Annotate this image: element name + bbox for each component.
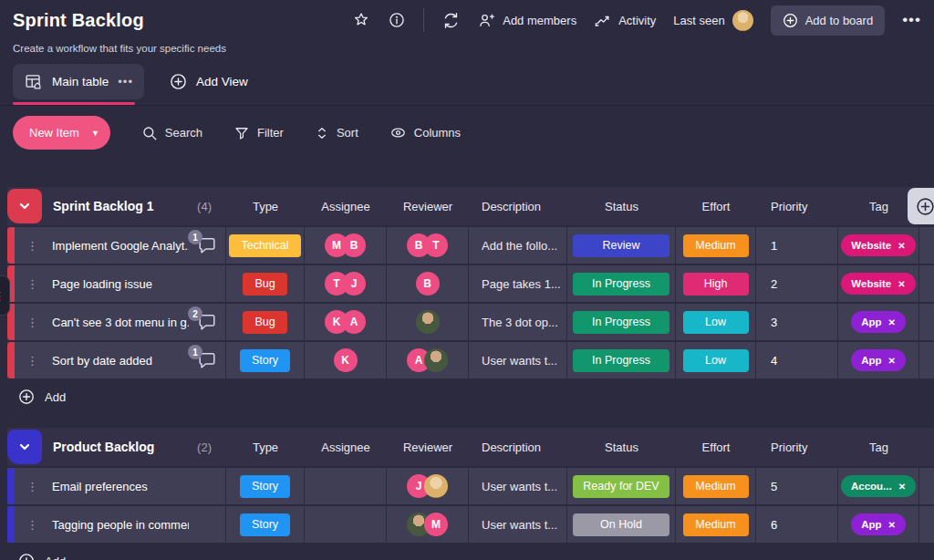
column-header-desc[interactable]: Description <box>469 200 567 213</box>
effort-cell[interactable]: High <box>676 265 756 302</box>
effort-badge[interactable]: Low <box>683 349 749 372</box>
assignee-cell[interactable]: KA <box>305 304 387 340</box>
status-badge[interactable]: In Progress <box>573 311 669 334</box>
row-menu-icon[interactable]: ⋮ <box>26 480 38 493</box>
tag-badge[interactable]: App✕ <box>851 513 906 535</box>
tag-badge[interactable]: Accou...✕ <box>841 475 916 497</box>
filter-button[interactable]: Filter <box>234 125 284 141</box>
type-cell[interactable]: Story <box>226 342 305 379</box>
chevron-down-icon[interactable]: ▼ <box>91 129 99 138</box>
description-cell[interactable]: User wants t... <box>469 342 567 379</box>
info-icon[interactable] <box>388 11 406 29</box>
reviewer-cell[interactable] <box>387 304 469 340</box>
assignee-cell[interactable] <box>305 468 387 504</box>
item-name-cell[interactable]: ⋮ Can't see 3 dot menu in g... 2 <box>15 304 226 340</box>
avatar-photo[interactable] <box>424 474 448 498</box>
remove-tag-icon[interactable]: ✕ <box>887 317 895 327</box>
tab-main-table[interactable]: Main table ••• <box>13 64 144 99</box>
item-name-cell[interactable]: ⋮ Sort by date added 1 <box>15 342 226 379</box>
effort-badge[interactable]: Medium <box>683 513 749 536</box>
column-header-assignee[interactable]: Assignee <box>305 441 387 454</box>
reviewer-cell[interactable]: J <box>387 468 469 504</box>
effort-badge[interactable]: Medium <box>683 475 749 498</box>
tag-cell[interactable]: Accou...✕ <box>838 468 919 504</box>
avatar-initial[interactable]: A <box>342 310 366 334</box>
tag-badge[interactable]: Website✕ <box>841 234 915 256</box>
priority-cell[interactable]: 4 <box>756 342 838 379</box>
type-cell[interactable]: Story <box>226 506 305 543</box>
priority-cell[interactable]: 6 <box>756 506 838 543</box>
search-button[interactable]: Search <box>141 125 202 141</box>
assignee-cell[interactable]: TJ <box>305 265 387 302</box>
type-badge[interactable]: Story <box>240 475 290 498</box>
status-cell[interactable]: In Progress <box>567 304 676 340</box>
tag-badge[interactable]: Website✕ <box>841 273 915 295</box>
avatar-initial[interactable]: B <box>416 272 440 296</box>
item-name-cell[interactable]: ⋮ Tagging people in comment ... <box>15 506 226 543</box>
status-cell[interactable]: On Hold <box>567 506 676 543</box>
column-header-effort[interactable]: Effort <box>676 441 756 454</box>
column-header-type[interactable]: Type <box>226 200 305 213</box>
add-item-button[interactable]: Add <box>18 382 934 411</box>
star-icon[interactable] <box>352 11 370 29</box>
status-cell[interactable]: Ready for DEV <box>567 468 676 504</box>
column-header-status[interactable]: Status <box>567 200 676 213</box>
column-header-priority[interactable]: Priority <box>756 200 838 213</box>
priority-cell[interactable]: 2 <box>756 265 838 302</box>
column-header-priority[interactable]: Priority <box>756 441 838 454</box>
group-title[interactable]: Product Backlog <box>53 440 197 454</box>
status-badge[interactable]: Ready for DEV <box>573 475 669 498</box>
avatar-initial[interactable]: K <box>334 348 358 372</box>
add-column-button[interactable] <box>908 188 934 224</box>
effort-cell[interactable]: Low <box>676 304 756 340</box>
status-badge[interactable]: In Progress <box>573 273 669 296</box>
tag-cell[interactable]: Website✕ <box>838 265 919 302</box>
tag-badge[interactable]: App✕ <box>851 311 906 333</box>
assignee-cell[interactable]: MB <box>305 227 387 264</box>
row-menu-icon[interactable]: ⋮ <box>26 354 38 368</box>
tag-badge[interactable]: App✕ <box>851 349 906 371</box>
column-header-desc[interactable]: Description <box>469 441 567 454</box>
add-view-button[interactable]: Add View <box>170 73 248 90</box>
reviewer-cell[interactable]: BT <box>387 227 469 264</box>
activity-button[interactable]: Activity <box>594 12 656 29</box>
column-header-reviewer[interactable]: Reviewer <box>387 441 469 454</box>
description-cell[interactable]: The 3 dot op... <box>469 304 567 340</box>
side-panel-handle[interactable]: ⋮ <box>0 275 10 316</box>
avatar-photo[interactable] <box>416 310 440 334</box>
tag-cell[interactable]: App✕ <box>838 304 919 340</box>
effort-badge[interactable]: Low <box>683 311 749 334</box>
reviewer-cell[interactable]: M <box>387 506 469 543</box>
more-options-icon[interactable]: ••• <box>902 16 921 25</box>
last-seen-avatar[interactable] <box>732 10 753 31</box>
type-badge[interactable]: Technical <box>229 234 300 257</box>
effort-cell[interactable]: Medium <box>676 468 756 504</box>
type-badge[interactable]: Bug <box>243 311 286 334</box>
avatar-initial[interactable]: M <box>424 513 448 536</box>
type-badge[interactable]: Story <box>240 513 290 536</box>
description-cell[interactable]: Page takes 1... <box>469 265 567 302</box>
remove-tag-icon[interactable]: ✕ <box>887 356 895 366</box>
status-badge[interactable]: Review <box>573 234 669 257</box>
sync-icon[interactable] <box>441 11 461 30</box>
effort-cell[interactable]: Medium <box>676 506 756 543</box>
comments-bubble-icon[interactable]: 2 <box>197 313 217 331</box>
assignee-cell[interactable]: K <box>305 342 387 379</box>
status-badge[interactable]: In Progress <box>573 349 669 372</box>
effort-badge[interactable]: High <box>683 273 749 296</box>
description-cell[interactable]: User wants t... <box>469 506 567 543</box>
group-title[interactable]: Sprint Backlog 1 <box>53 199 197 213</box>
column-header-reviewer[interactable]: Reviewer <box>387 200 469 213</box>
add-item-button[interactable]: Add <box>18 546 934 560</box>
type-cell[interactable]: Bug <box>226 304 305 340</box>
reviewer-cell[interactable]: B <box>387 265 469 302</box>
effort-cell[interactable]: Low <box>676 342 756 379</box>
columns-button[interactable]: Columns <box>389 124 461 141</box>
status-cell[interactable]: In Progress <box>567 265 676 302</box>
row-menu-icon[interactable]: ⋮ <box>26 316 38 329</box>
add-members-button[interactable]: Add members <box>478 12 576 29</box>
column-header-assignee[interactable]: Assignee <box>305 200 387 213</box>
row-menu-icon[interactable]: ⋮ <box>26 277 38 291</box>
tab-options-icon[interactable]: ••• <box>118 79 133 85</box>
column-header-type[interactable]: Type <box>226 441 305 454</box>
